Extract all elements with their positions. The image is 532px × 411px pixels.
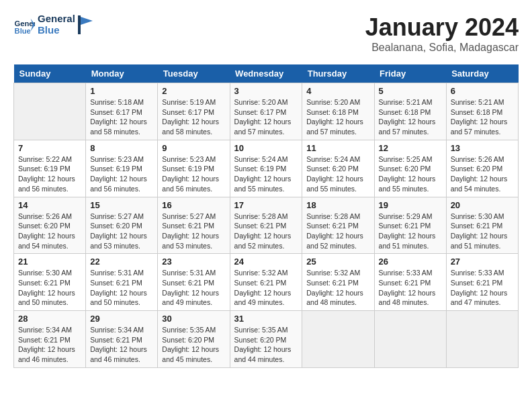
day-number: 6 — [451, 86, 514, 96]
day-number: 13 — [451, 143, 514, 153]
day-cell: 17Sunrise: 5:28 AMSunset: 6:21 PMDayligh… — [230, 197, 302, 254]
day-info: Sunrise: 5:24 AMSunset: 6:19 PMDaylight:… — [234, 154, 298, 194]
day-number: 8 — [90, 143, 153, 153]
day-number: 25 — [306, 257, 369, 267]
day-cell: 21Sunrise: 5:30 AMSunset: 6:21 PMDayligh… — [14, 254, 86, 311]
day-number: 11 — [306, 143, 369, 153]
day-info: Sunrise: 5:20 AMSunset: 6:18 PMDaylight:… — [306, 97, 369, 137]
day-info: Sunrise: 5:27 AMSunset: 6:20 PMDaylight:… — [90, 212, 153, 251]
day-number: 2 — [162, 86, 225, 96]
day-number: 24 — [234, 257, 298, 267]
day-number: 22 — [90, 257, 153, 267]
day-number: 31 — [234, 314, 298, 324]
day-number: 30 — [162, 314, 225, 324]
day-info: Sunrise: 5:29 AMSunset: 6:21 PMDaylight:… — [379, 212, 442, 251]
logo-flag-icon — [78, 15, 94, 34]
day-cell: 19Sunrise: 5:29 AMSunset: 6:21 PMDayligh… — [374, 197, 446, 254]
header-row: SundayMondayTuesdayWednesdayThursdayFrid… — [14, 64, 519, 83]
logo: General Blue General Blue — [13, 13, 94, 36]
header-day-friday: Friday — [374, 64, 446, 83]
header-day-thursday: Thursday — [302, 64, 374, 83]
day-cell: 13Sunrise: 5:26 AMSunset: 6:20 PMDayligh… — [446, 140, 518, 197]
day-info: Sunrise: 5:33 AMSunset: 6:21 PMDaylight:… — [451, 268, 514, 308]
header-day-sunday: Sunday — [14, 64, 86, 83]
day-cell: 11Sunrise: 5:24 AMSunset: 6:20 PMDayligh… — [302, 140, 374, 197]
logo-general: General — [38, 13, 75, 25]
day-cell: 23Sunrise: 5:31 AMSunset: 6:21 PMDayligh… — [158, 254, 230, 311]
day-cell: 24Sunrise: 5:32 AMSunset: 6:21 PMDayligh… — [230, 254, 302, 311]
day-cell: 8Sunrise: 5:23 AMSunset: 6:19 PMDaylight… — [86, 140, 158, 197]
day-cell: 22Sunrise: 5:31 AMSunset: 6:21 PMDayligh… — [86, 254, 158, 311]
day-number: 17 — [234, 200, 298, 210]
day-info: Sunrise: 5:18 AMSunset: 6:17 PMDaylight:… — [90, 97, 153, 137]
day-info: Sunrise: 5:28 AMSunset: 6:21 PMDaylight:… — [234, 212, 298, 251]
day-info: Sunrise: 5:35 AMSunset: 6:20 PMDaylight:… — [162, 325, 225, 365]
day-number: 4 — [306, 86, 369, 96]
day-number: 14 — [18, 200, 81, 210]
day-number: 27 — [451, 257, 514, 267]
day-cell: 3Sunrise: 5:20 AMSunset: 6:17 PMDaylight… — [230, 83, 302, 140]
title-block: January 2024 Bealanana, Sofia, Madagasca… — [365, 13, 519, 54]
day-number: 21 — [18, 257, 81, 267]
day-info: Sunrise: 5:30 AMSunset: 6:21 PMDaylight:… — [18, 268, 81, 308]
day-cell — [374, 311, 446, 368]
day-cell: 1Sunrise: 5:18 AMSunset: 6:17 PMDaylight… — [86, 83, 158, 140]
day-info: Sunrise: 5:24 AMSunset: 6:20 PMDaylight:… — [306, 154, 369, 194]
logo-icon: General Blue — [13, 14, 35, 36]
day-number: 29 — [90, 314, 153, 324]
day-info: Sunrise: 5:27 AMSunset: 6:21 PMDaylight:… — [162, 212, 225, 251]
day-cell: 25Sunrise: 5:32 AMSunset: 6:21 PMDayligh… — [302, 254, 374, 311]
week-row-2: 7Sunrise: 5:22 AMSunset: 6:19 PMDaylight… — [14, 140, 519, 197]
day-cell: 4Sunrise: 5:20 AMSunset: 6:18 PMDaylight… — [302, 83, 374, 140]
day-info: Sunrise: 5:34 AMSunset: 6:21 PMDaylight:… — [18, 325, 81, 365]
day-cell: 30Sunrise: 5:35 AMSunset: 6:20 PMDayligh… — [158, 311, 230, 368]
day-cell: 7Sunrise: 5:22 AMSunset: 6:19 PMDaylight… — [14, 140, 86, 197]
day-info: Sunrise: 5:30 AMSunset: 6:21 PMDaylight:… — [451, 212, 514, 251]
week-row-3: 14Sunrise: 5:26 AMSunset: 6:20 PMDayligh… — [14, 197, 519, 254]
day-number: 15 — [90, 200, 153, 210]
day-cell: 28Sunrise: 5:34 AMSunset: 6:21 PMDayligh… — [14, 311, 86, 368]
day-info: Sunrise: 5:32 AMSunset: 6:21 PMDaylight:… — [234, 268, 298, 308]
week-row-4: 21Sunrise: 5:30 AMSunset: 6:21 PMDayligh… — [14, 254, 519, 311]
day-cell: 2Sunrise: 5:19 AMSunset: 6:17 PMDaylight… — [158, 83, 230, 140]
day-info: Sunrise: 5:21 AMSunset: 6:18 PMDaylight:… — [451, 97, 514, 137]
header-day-saturday: Saturday — [446, 64, 518, 83]
day-info: Sunrise: 5:23 AMSunset: 6:19 PMDaylight:… — [162, 154, 225, 194]
day-cell: 18Sunrise: 5:28 AMSunset: 6:21 PMDayligh… — [302, 197, 374, 254]
day-cell: 29Sunrise: 5:34 AMSunset: 6:21 PMDayligh… — [86, 311, 158, 368]
day-number: 10 — [234, 143, 298, 153]
day-info: Sunrise: 5:25 AMSunset: 6:20 PMDaylight:… — [379, 154, 442, 194]
day-cell: 16Sunrise: 5:27 AMSunset: 6:21 PMDayligh… — [158, 197, 230, 254]
day-number: 20 — [451, 200, 514, 210]
day-info: Sunrise: 5:19 AMSunset: 6:17 PMDaylight:… — [162, 97, 225, 137]
day-cell: 12Sunrise: 5:25 AMSunset: 6:20 PMDayligh… — [374, 140, 446, 197]
day-number: 12 — [379, 143, 442, 153]
day-number: 5 — [379, 86, 442, 96]
day-number: 28 — [18, 314, 81, 324]
header-day-wednesday: Wednesday — [230, 64, 302, 83]
day-cell: 14Sunrise: 5:26 AMSunset: 6:20 PMDayligh… — [14, 197, 86, 254]
calendar-table: SundayMondayTuesdayWednesdayThursdayFrid… — [13, 64, 519, 368]
week-row-5: 28Sunrise: 5:34 AMSunset: 6:21 PMDayligh… — [14, 311, 519, 368]
header-day-tuesday: Tuesday — [158, 64, 230, 83]
day-cell: 27Sunrise: 5:33 AMSunset: 6:21 PMDayligh… — [446, 254, 518, 311]
day-cell: 6Sunrise: 5:21 AMSunset: 6:18 PMDaylight… — [446, 83, 518, 140]
day-info: Sunrise: 5:21 AMSunset: 6:18 PMDaylight:… — [379, 97, 442, 137]
day-info: Sunrise: 5:34 AMSunset: 6:21 PMDaylight:… — [90, 325, 153, 365]
day-number: 23 — [162, 257, 225, 267]
week-row-1: 1Sunrise: 5:18 AMSunset: 6:17 PMDaylight… — [14, 83, 519, 140]
day-number: 19 — [379, 200, 442, 210]
day-cell: 9Sunrise: 5:23 AMSunset: 6:19 PMDaylight… — [158, 140, 230, 197]
day-info: Sunrise: 5:22 AMSunset: 6:19 PMDaylight:… — [18, 154, 81, 194]
day-number: 16 — [162, 200, 225, 210]
day-number: 26 — [379, 257, 442, 267]
day-number: 3 — [234, 86, 298, 96]
day-cell: 10Sunrise: 5:24 AMSunset: 6:19 PMDayligh… — [230, 140, 302, 197]
day-info: Sunrise: 5:32 AMSunset: 6:21 PMDaylight:… — [306, 268, 369, 308]
day-info: Sunrise: 5:31 AMSunset: 6:21 PMDaylight:… — [90, 268, 153, 308]
page-header: General Blue General Blue January 2024 B… — [13, 13, 519, 54]
day-cell: 20Sunrise: 5:30 AMSunset: 6:21 PMDayligh… — [446, 197, 518, 254]
day-cell: 15Sunrise: 5:27 AMSunset: 6:20 PMDayligh… — [86, 197, 158, 254]
day-number: 7 — [18, 143, 81, 153]
svg-text:Blue: Blue — [15, 26, 31, 34]
